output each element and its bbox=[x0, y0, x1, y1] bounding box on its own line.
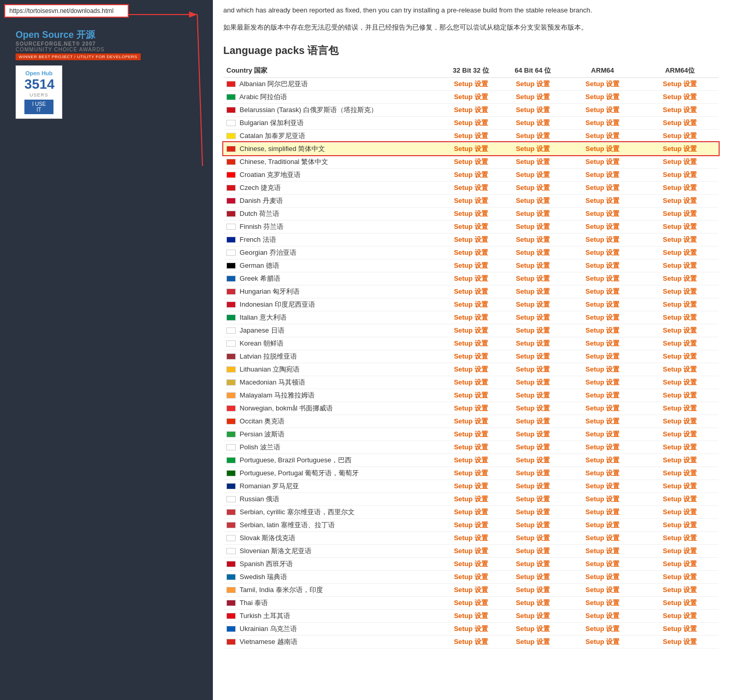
setup-link[interactable]: Setup 设置 bbox=[516, 145, 550, 153]
setup-link[interactable]: Setup 设置 bbox=[454, 326, 488, 334]
setup-link[interactable]: Setup 设置 bbox=[586, 262, 620, 269]
setup-link[interactable]: Setup 设置 bbox=[516, 158, 550, 166]
setup-link[interactable]: Setup 设置 bbox=[586, 145, 620, 153]
setup-link[interactable]: Setup 设置 bbox=[516, 184, 550, 191]
setup-link[interactable]: Setup 设置 bbox=[586, 300, 620, 308]
setup-link[interactable]: Setup 设置 bbox=[454, 132, 488, 140]
setup-link[interactable]: Setup 设置 bbox=[663, 313, 697, 321]
setup-link[interactable]: Setup 设置 bbox=[516, 495, 550, 503]
setup-link[interactable]: Setup 设置 bbox=[663, 612, 697, 620]
setup-link[interactable]: Setup 设置 bbox=[454, 274, 488, 282]
setup-link[interactable]: Setup 设置 bbox=[454, 430, 488, 438]
setup-link[interactable]: Setup 设置 bbox=[516, 573, 550, 581]
setup-link[interactable]: Setup 设置 bbox=[516, 119, 550, 127]
setup-link[interactable]: Setup 设置 bbox=[586, 326, 620, 334]
setup-link[interactable]: Setup 设置 bbox=[454, 534, 488, 542]
setup-link[interactable]: Setup 设置 bbox=[663, 430, 697, 438]
setup-link[interactable]: Setup 设置 bbox=[454, 625, 488, 633]
setup-link[interactable]: Setup 设置 bbox=[516, 586, 550, 594]
setup-link[interactable]: Setup 设置 bbox=[454, 339, 488, 347]
setup-link[interactable]: Setup 设置 bbox=[586, 378, 620, 386]
setup-link[interactable]: Setup 设置 bbox=[454, 313, 488, 321]
setup-link[interactable]: Setup 设置 bbox=[454, 469, 488, 477]
setup-link[interactable]: Setup 设置 bbox=[516, 560, 550, 568]
setup-link[interactable]: Setup 设置 bbox=[516, 80, 550, 88]
setup-link[interactable]: Setup 设置 bbox=[516, 106, 550, 114]
setup-link[interactable]: Setup 设置 bbox=[516, 625, 550, 633]
setup-link[interactable]: Setup 设置 bbox=[586, 495, 620, 503]
setup-link[interactable]: Setup 设置 bbox=[454, 197, 488, 204]
setup-link[interactable]: Setup 设置 bbox=[663, 80, 697, 88]
setup-link[interactable]: Setup 设置 bbox=[663, 495, 697, 503]
setup-link[interactable]: Setup 设置 bbox=[663, 184, 697, 191]
setup-link[interactable]: Setup 设置 bbox=[663, 287, 697, 295]
setup-link[interactable]: Setup 设置 bbox=[586, 638, 620, 646]
setup-link[interactable]: Setup 设置 bbox=[454, 236, 488, 243]
setup-link[interactable]: Setup 设置 bbox=[663, 508, 697, 516]
setup-link[interactable]: Setup 设置 bbox=[663, 158, 697, 166]
setup-link[interactable]: Setup 设置 bbox=[454, 93, 488, 101]
setup-link[interactable]: Setup 设置 bbox=[454, 547, 488, 555]
setup-link[interactable]: Setup 设置 bbox=[586, 573, 620, 581]
setup-link[interactable]: Setup 设置 bbox=[516, 534, 550, 542]
setup-link[interactable]: Setup 设置 bbox=[586, 93, 620, 101]
setup-link[interactable]: Setup 设置 bbox=[663, 145, 697, 153]
setup-link[interactable]: Setup 设置 bbox=[516, 236, 550, 243]
setup-link[interactable]: Setup 设置 bbox=[454, 119, 488, 127]
setup-link[interactable]: Setup 设置 bbox=[454, 262, 488, 269]
setup-link[interactable]: Setup 设置 bbox=[516, 352, 550, 360]
setup-link[interactable]: Setup 设置 bbox=[663, 326, 697, 334]
setup-link[interactable]: Setup 设置 bbox=[586, 249, 620, 256]
setup-link[interactable]: Setup 设置 bbox=[586, 612, 620, 620]
setup-link[interactable]: Setup 设置 bbox=[454, 417, 488, 425]
setup-link[interactable]: Setup 设置 bbox=[586, 586, 620, 594]
setup-link[interactable]: Setup 设置 bbox=[454, 521, 488, 529]
setup-link[interactable]: Setup 设置 bbox=[586, 469, 620, 477]
setup-link[interactable]: Setup 设置 bbox=[586, 184, 620, 191]
setup-link[interactable]: Setup 设置 bbox=[516, 599, 550, 607]
setup-link[interactable]: Setup 设置 bbox=[586, 482, 620, 490]
setup-link[interactable]: Setup 设置 bbox=[516, 547, 550, 555]
setup-link[interactable]: Setup 设置 bbox=[516, 443, 550, 451]
setup-link[interactable]: Setup 设置 bbox=[663, 625, 697, 633]
setup-link[interactable]: Setup 设置 bbox=[586, 287, 620, 295]
setup-link[interactable]: Setup 设置 bbox=[663, 599, 697, 607]
setup-link[interactable]: Setup 设置 bbox=[663, 482, 697, 490]
setup-link[interactable]: Setup 设置 bbox=[586, 404, 620, 412]
setup-link[interactable]: Setup 设置 bbox=[516, 638, 550, 646]
setup-link[interactable]: Setup 设置 bbox=[516, 378, 550, 386]
setup-link[interactable]: Setup 设置 bbox=[663, 456, 697, 464]
setup-link[interactable]: Setup 设置 bbox=[516, 210, 550, 217]
setup-link[interactable]: Setup 设置 bbox=[454, 508, 488, 516]
setup-link[interactable]: Setup 设置 bbox=[516, 93, 550, 101]
setup-link[interactable]: Setup 设置 bbox=[454, 378, 488, 386]
setup-link[interactable]: Setup 设置 bbox=[454, 184, 488, 191]
setup-link[interactable]: Setup 设置 bbox=[516, 313, 550, 321]
setup-link[interactable]: Setup 设置 bbox=[586, 443, 620, 451]
setup-link[interactable]: Setup 设置 bbox=[516, 274, 550, 282]
setup-link[interactable]: Setup 设置 bbox=[663, 132, 697, 140]
setup-link[interactable]: Setup 设置 bbox=[454, 495, 488, 503]
setup-link[interactable]: Setup 设置 bbox=[663, 534, 697, 542]
setup-link[interactable]: Setup 设置 bbox=[663, 339, 697, 347]
setup-link[interactable]: Setup 设置 bbox=[586, 352, 620, 360]
setup-link[interactable]: Setup 设置 bbox=[454, 443, 488, 451]
setup-link[interactable]: Setup 设置 bbox=[586, 197, 620, 204]
setup-link[interactable]: Setup 设置 bbox=[586, 430, 620, 438]
setup-link[interactable]: Setup 设置 bbox=[516, 300, 550, 308]
setup-link[interactable]: Setup 设置 bbox=[586, 508, 620, 516]
setup-link[interactable]: Setup 设置 bbox=[516, 326, 550, 334]
setup-link[interactable]: Setup 设置 bbox=[586, 521, 620, 529]
setup-link[interactable]: Setup 设置 bbox=[586, 560, 620, 568]
setup-link[interactable]: Setup 设置 bbox=[454, 171, 488, 179]
setup-link[interactable]: Setup 设置 bbox=[516, 249, 550, 256]
setup-link[interactable]: Setup 设置 bbox=[586, 119, 620, 127]
setup-link[interactable]: Setup 设置 bbox=[454, 404, 488, 412]
setup-link[interactable]: Setup 设置 bbox=[663, 443, 697, 451]
setup-link[interactable]: Setup 设置 bbox=[586, 339, 620, 347]
setup-link[interactable]: Setup 设置 bbox=[516, 521, 550, 529]
setup-link[interactable]: Setup 设置 bbox=[663, 236, 697, 243]
setup-link[interactable]: Setup 设置 bbox=[516, 197, 550, 204]
setup-link[interactable]: Setup 设置 bbox=[454, 573, 488, 581]
setup-link[interactable]: Setup 设置 bbox=[586, 274, 620, 282]
